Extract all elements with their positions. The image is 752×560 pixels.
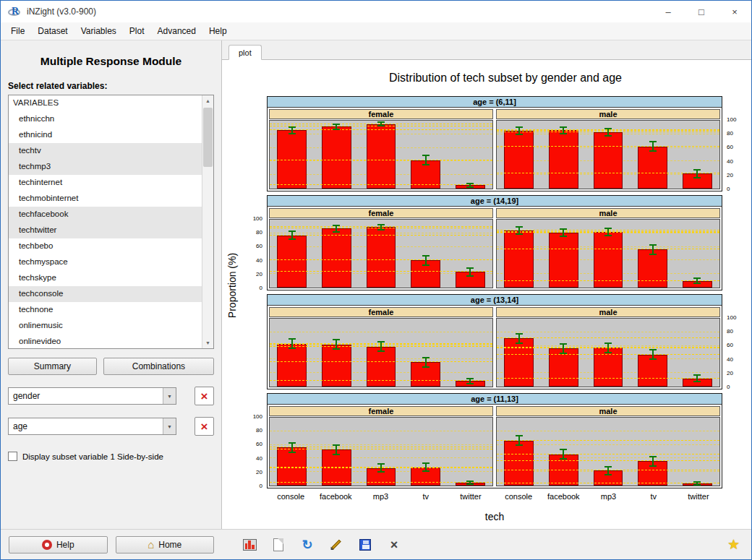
- gender-strip-female: female: [269, 109, 493, 119]
- panels-row-2: [268, 318, 722, 389]
- summary-button[interactable]: Summary: [8, 358, 97, 375]
- edit-plot-button[interactable]: [328, 536, 345, 553]
- error-bar: [604, 128, 612, 136]
- window-controls: – □ ×: [651, 1, 751, 22]
- combinations-button[interactable]: Combinations: [103, 358, 214, 375]
- bar-female-facebook: [322, 228, 351, 288]
- subset1-dropdown[interactable]: gender ▼: [8, 387, 176, 405]
- bar-slot: [403, 220, 448, 288]
- error-bar: [693, 374, 701, 382]
- scrollbar-track[interactable]: [202, 106, 213, 337]
- menubar: File Dataset Variables Plot Advanced Hel…: [1, 22, 751, 40]
- minimize-button[interactable]: –: [651, 1, 685, 22]
- menu-dataset[interactable]: Dataset: [31, 23, 74, 39]
- variable-item-onlinevideo[interactable]: onlinevideo: [9, 334, 213, 349]
- category-label-tv: tv: [403, 492, 448, 501]
- bar-male-console: [504, 441, 534, 486]
- variable-item-techfacebook[interactable]: techfacebook: [9, 207, 213, 223]
- error-bar: [693, 481, 701, 486]
- variables-listbox[interactable]: VARIABLES ethnicchnethnicindtechtvtechmp…: [8, 95, 214, 349]
- variables-scrollbar[interactable]: ▲ ▼: [202, 95, 213, 348]
- error-bar: [604, 228, 612, 236]
- close-button[interactable]: ×: [718, 1, 751, 22]
- side-by-side-option[interactable]: Display subset variable 1 Side-by-side: [8, 452, 214, 461]
- variable-item-techmp3[interactable]: techmp3: [9, 159, 213, 175]
- variable-item-techskype[interactable]: techskype: [9, 270, 213, 286]
- bar-slot: [586, 319, 631, 387]
- remove-subset2-button[interactable]: ×: [195, 417, 214, 436]
- variable-item-technone[interactable]: technone: [9, 302, 213, 318]
- home-button[interactable]: ⌂ Home: [116, 536, 215, 553]
- refresh-plot-button[interactable]: ↻: [299, 536, 316, 553]
- variable-item-onlinemusic[interactable]: onlinemusic: [9, 318, 213, 334]
- bar-male-facebook: [549, 130, 578, 189]
- error-bar: [377, 121, 385, 127]
- menu-advanced[interactable]: Advanced: [151, 23, 202, 39]
- remove-subset1-button[interactable]: ×: [195, 387, 214, 405]
- chevron-down-icon[interactable]: ▼: [163, 388, 176, 404]
- variable-item-techbebo[interactable]: techbebo: [9, 238, 213, 254]
- variable-item-techmyspace[interactable]: techmyspace: [9, 254, 213, 270]
- tab-plot[interactable]: plot: [228, 45, 262, 60]
- variable-item-techinternet[interactable]: techinternet: [9, 175, 213, 191]
- save-plot-button[interactable]: [356, 536, 374, 553]
- category-label-group: consolefacebookmp3tvtwitter: [268, 492, 493, 501]
- category-label-group: consolefacebookmp3tvtwitter: [496, 492, 721, 501]
- bar-slot: [315, 319, 359, 387]
- side-by-side-label: Display subset variable 1 Side-by-side: [22, 452, 163, 461]
- category-label-facebook: facebook: [313, 492, 358, 501]
- scroll-down-icon[interactable]: ▼: [202, 337, 213, 348]
- variable-item-techtv[interactable]: techtv: [9, 143, 213, 159]
- category-label-twitter: twitter: [676, 492, 721, 501]
- variable-item-ethnicchn[interactable]: ethnicchn: [9, 111, 213, 127]
- bar-slot: [497, 418, 542, 486]
- menu-plot[interactable]: Plot: [123, 23, 151, 39]
- plot-image-icon: [243, 539, 257, 551]
- error-bar: [377, 341, 385, 352]
- error-bar: [649, 244, 657, 255]
- scroll-up-icon[interactable]: ▲: [202, 95, 213, 106]
- footer-buttons: Help ⌂ Home: [1, 536, 222, 553]
- variable-item-techtwitter[interactable]: techtwitter: [9, 223, 213, 238]
- titlebar: R iNZight (v3.0-900) – □ ×: [1, 1, 751, 22]
- error-bar: [693, 169, 701, 178]
- bottom-toolbar: Help ⌂ Home ↻ ×: [1, 529, 751, 559]
- variable-item-ethnicind[interactable]: ethnicind: [9, 127, 213, 143]
- export-plot-button[interactable]: [241, 536, 258, 553]
- help-button[interactable]: Help: [9, 536, 108, 553]
- error-bar: [422, 155, 430, 165]
- comparison-line: [497, 337, 719, 338]
- variable-item-techmobinternet[interactable]: techmobinternet: [9, 191, 213, 207]
- subset2-dropdown[interactable]: age ▼: [8, 418, 176, 435]
- menu-variables[interactable]: Variables: [74, 23, 123, 39]
- facet-strip-label: age = (6,11]: [268, 97, 722, 108]
- panel-female-3: [269, 417, 493, 486]
- app-r-icon: R: [7, 6, 22, 17]
- menu-file[interactable]: File: [4, 23, 31, 39]
- error-bar: [604, 466, 612, 475]
- chevron-down-icon[interactable]: ▼: [163, 418, 176, 434]
- favorites-star-icon[interactable]: ★: [727, 536, 740, 553]
- error-bar: [333, 444, 340, 455]
- new-plot-button[interactable]: [270, 536, 287, 553]
- category-labels: consolefacebookmp3tvtwitterconsolefacebo…: [267, 492, 722, 501]
- error-bar: [560, 126, 567, 134]
- close-plot-icon: ×: [390, 538, 398, 551]
- error-bar: [604, 343, 612, 353]
- facet-row-2: age = (13,14]femalemale020406080100: [267, 294, 722, 389]
- facet-row-3: age = (11,13]femalemale020406080100: [267, 393, 722, 488]
- category-label-tv: tv: [631, 492, 676, 501]
- panels-row-0: [268, 120, 722, 191]
- error-bar: [377, 463, 385, 473]
- menu-help[interactable]: Help: [202, 23, 234, 39]
- panels-row-3: [268, 417, 722, 488]
- side-by-side-checkbox[interactable]: [8, 452, 17, 461]
- gender-strip-female: female: [269, 406, 493, 416]
- error-bar: [560, 343, 567, 354]
- variable-item-techconsole[interactable]: techconsole: [9, 286, 213, 302]
- remove-plot-button[interactable]: ×: [385, 536, 403, 553]
- panel-male-3: [496, 417, 720, 486]
- scrollbar-thumb[interactable]: [203, 108, 213, 167]
- y-axis-ticks: 020406080100: [241, 417, 265, 486]
- maximize-button[interactable]: □: [685, 1, 718, 22]
